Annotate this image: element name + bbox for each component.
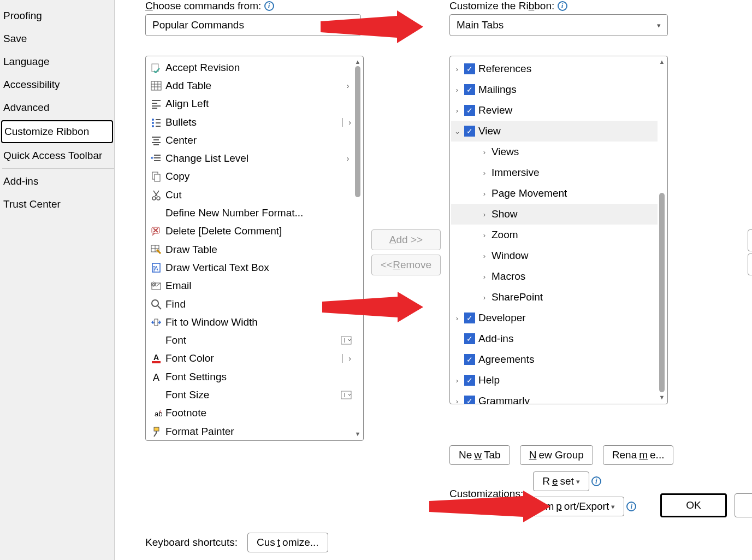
command-item[interactable]: Fit to Window Width	[147, 313, 353, 331]
rename-button[interactable]: Rename...	[603, 445, 674, 465]
customize-ribbon-select[interactable]: Main Tabs▾	[449, 14, 668, 36]
command-item[interactable]: @Email	[147, 277, 353, 295]
command-item[interactable]: Bullets›	[147, 113, 353, 131]
checkbox[interactable]: ✓	[464, 105, 475, 116]
new-group-button[interactable]: New Group	[520, 445, 593, 465]
command-item[interactable]: Align Left	[147, 95, 353, 113]
add-button[interactable]: Add >>	[371, 229, 441, 250]
move-down-button[interactable]: ▼	[748, 254, 752, 275]
command-item[interactable]: Define New Number Format...	[147, 204, 353, 222]
tree-item[interactable]: ›✓Grammarly	[451, 391, 658, 404]
command-item[interactable]: FontI	[147, 331, 353, 349]
expand-icon[interactable]: ›	[481, 293, 488, 302]
expand-icon[interactable]: ›	[481, 190, 488, 198]
tree-subitem[interactable]: ›Page Movement	[451, 183, 658, 204]
tree-item[interactable]: ✓Add-ins	[451, 328, 658, 349]
expand-icon[interactable]: ›	[481, 169, 488, 177]
expand-icon[interactable]: ›	[453, 107, 461, 115]
scroll-down-icon[interactable]: ▼	[355, 431, 361, 438]
info-icon[interactable]: i	[626, 502, 636, 511]
command-item[interactable]: AFont Settings	[147, 368, 353, 386]
sidebar-item-accessibility[interactable]: Accessibility	[0, 73, 114, 96]
command-item[interactable]: Accept Revision	[147, 58, 353, 76]
fontsettings-icon: A	[149, 370, 163, 384]
tree-subitem[interactable]: ›Window	[451, 245, 658, 266]
command-item[interactable]: Center	[147, 131, 353, 149]
sidebar-item-save[interactable]: Save	[0, 27, 114, 50]
ok-button[interactable]: OK	[660, 493, 727, 517]
command-label: Font Settings	[165, 371, 353, 383]
reset-button[interactable]: Reset ▾	[533, 471, 589, 491]
tree-item[interactable]: ⌄✓View	[451, 121, 658, 142]
command-item[interactable]: ADraw Vertical Text Box	[147, 258, 353, 276]
scrollbar[interactable]: ▲ ▼	[353, 58, 362, 438]
move-up-button[interactable]: ▲	[748, 229, 752, 251]
expand-icon[interactable]: ›	[453, 397, 461, 404]
command-item[interactable]: AFont Color›	[147, 350, 353, 368]
info-icon[interactable]: i	[264, 1, 274, 11]
command-item[interactable]: Add Table›	[147, 76, 353, 95]
info-icon[interactable]: i	[558, 1, 567, 11]
scroll-down-icon[interactable]: ▼	[659, 394, 665, 402]
command-item[interactable]: Draw Table	[147, 240, 353, 258]
customize-keyboard-button[interactable]: Customize...	[247, 533, 328, 552]
scroll-up-icon[interactable]: ▲	[659, 58, 665, 66]
checkbox[interactable]: ✓	[464, 313, 475, 323]
command-item[interactable]: Find	[147, 295, 353, 313]
new-tab-button[interactable]: New Tab	[449, 445, 510, 465]
tree-item[interactable]: ›✓References	[451, 58, 658, 79]
command-item[interactable]: Change List Level›	[147, 149, 353, 167]
tree-item[interactable]: ›✓Developer	[451, 308, 658, 328]
tree-subitem[interactable]: ›Macros	[451, 266, 658, 287]
checkbox[interactable]: ✓	[464, 126, 475, 137]
tree-item[interactable]: ›✓Mailings	[451, 79, 658, 100]
tree-subitem[interactable]: ›Show	[451, 204, 658, 225]
sidebar-item-trust-center[interactable]: Trust Center	[0, 193, 114, 216]
checkbox[interactable]: ✓	[464, 333, 475, 344]
tree-label: Page Movement	[492, 187, 567, 199]
expand-icon[interactable]: ›	[481, 231, 488, 239]
expand-icon[interactable]: ›	[453, 376, 461, 385]
collapse-icon[interactable]: ⌄	[453, 127, 461, 135]
sidebar-item-add-ins[interactable]: Add-ins	[0, 170, 114, 193]
tree-item[interactable]: ›✓Review	[451, 100, 658, 121]
command-item[interactable]: Cut	[147, 186, 353, 204]
tree-subitem[interactable]: ›Zoom	[451, 225, 658, 245]
cancel-button[interactable]: Cancel	[735, 493, 752, 517]
expand-icon[interactable]: ›	[453, 314, 461, 322]
command-item[interactable]: ab1Footnote	[147, 404, 353, 422]
tree-item[interactable]: ›✓Help	[451, 370, 658, 391]
command-item[interactable]: Delete [Delete Comment]	[147, 222, 353, 240]
remove-button[interactable]: << Remove	[371, 255, 441, 275]
tree-item[interactable]: ✓Agreements	[451, 349, 658, 370]
checkbox[interactable]: ✓	[464, 63, 475, 74]
expand-icon[interactable]: ›	[481, 148, 488, 156]
sidebar-item-advanced[interactable]: Advanced	[0, 96, 114, 119]
checkbox[interactable]: ✓	[464, 354, 475, 365]
checkbox[interactable]: ✓	[464, 84, 475, 95]
commands-listbox[interactable]: Accept RevisionAdd Table›Align LeftBulle…	[145, 56, 364, 441]
checkbox[interactable]: ✓	[464, 375, 475, 386]
scroll-up-icon[interactable]: ▲	[355, 58, 361, 66]
sidebar-item-language[interactable]: Language	[0, 50, 114, 73]
expand-icon[interactable]: ›	[453, 65, 461, 73]
choose-commands-select[interactable]: Popular Commands▾	[145, 14, 361, 36]
expand-icon[interactable]: ›	[481, 273, 488, 281]
expand-icon[interactable]: ›	[481, 252, 488, 260]
tree-subitem[interactable]: ›SharePoint	[451, 287, 658, 308]
sidebar-item-quick-access-toolbar[interactable]: Quick Access Toolbar	[0, 144, 114, 167]
sidebar-item-proofing[interactable]: Proofing	[0, 4, 114, 27]
tree-subitem[interactable]: ›Views	[451, 142, 658, 162]
checkbox[interactable]: ✓	[464, 396, 475, 404]
sidebar-item-customize-ribbon[interactable]: Customize Ribbon	[1, 120, 113, 143]
expand-icon[interactable]: ›	[481, 210, 488, 219]
command-item[interactable]: Font SizeI	[147, 386, 353, 404]
scrollbar[interactable]: ▲ ▼	[658, 58, 666, 402]
expand-icon[interactable]: ›	[453, 86, 461, 94]
command-item[interactable]: Format Painter	[147, 422, 353, 440]
ribbon-tree[interactable]: ›✓References›✓Mailings›✓Review⌄✓View›Vie…	[449, 56, 668, 404]
command-item[interactable]: Copy	[147, 168, 353, 186]
import-export-button[interactable]: Import/Export ▾	[533, 497, 624, 516]
tree-subitem[interactable]: ›Immersive	[451, 162, 658, 183]
info-icon[interactable]: i	[591, 476, 601, 486]
